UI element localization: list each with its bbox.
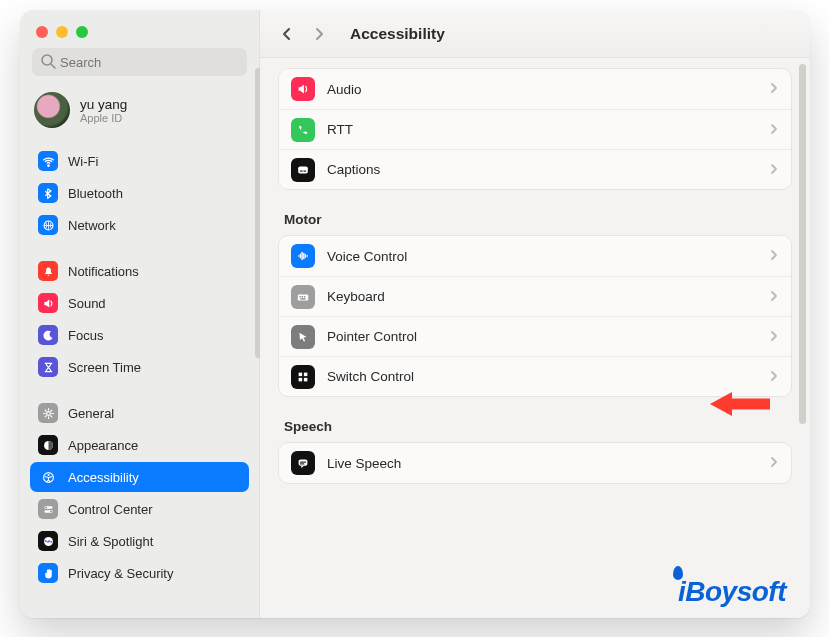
sidebar-item-label: Appearance (68, 438, 138, 453)
row-audio[interactable]: Audio (279, 69, 791, 109)
content-area[interactable]: AudioRTTCaptionsMotorVoice ControlKeyboa… (260, 58, 810, 618)
sidebar-item-network[interactable]: Network (30, 210, 249, 240)
svg-point-6 (47, 474, 49, 476)
phone-icon (291, 118, 315, 142)
moon-icon (38, 325, 58, 345)
row-rtt[interactable]: RTT (279, 109, 791, 149)
sidebar-item-appearance[interactable]: Appearance (30, 430, 249, 460)
group-header: Speech (278, 419, 792, 442)
svg-rect-12 (298, 166, 308, 173)
sidebar-item-label: Bluetooth (68, 186, 123, 201)
watermark: iBoysoft (678, 576, 786, 608)
bluetooth-icon (38, 183, 58, 203)
svg-rect-22 (299, 377, 303, 381)
sidebar-item-label: Privacy & Security (68, 566, 173, 581)
appearance-icon (38, 435, 58, 455)
sidebar-item-accessibility[interactable]: Accessibility (30, 462, 249, 492)
svg-rect-20 (299, 372, 303, 376)
row-label: Audio (327, 82, 757, 97)
svg-rect-19 (300, 298, 305, 299)
account-row[interactable]: yu yang Apple ID (20, 84, 259, 138)
sidebar-item-controlcenter[interactable]: Control Center (30, 494, 249, 524)
svg-rect-23 (304, 377, 308, 381)
settings-card: Live Speech (278, 442, 792, 484)
svg-rect-18 (304, 296, 305, 297)
sidebar-item-label: General (68, 406, 114, 421)
captions-icon (291, 158, 315, 182)
svg-rect-16 (300, 296, 301, 297)
sidebar-item-focus[interactable]: Focus (30, 320, 249, 350)
search-icon (40, 53, 56, 69)
chevron-right-icon (769, 247, 779, 265)
account-name: yu yang (80, 97, 127, 112)
close-button[interactable] (36, 26, 48, 38)
minimize-button[interactable] (56, 26, 68, 38)
speaker-icon (291, 77, 315, 101)
forward-button[interactable] (306, 21, 332, 47)
svg-point-3 (46, 411, 50, 415)
zoom-button[interactable] (76, 26, 88, 38)
chevron-right-icon (769, 454, 779, 472)
row-label: Voice Control (327, 249, 757, 264)
chevron-right-icon (769, 368, 779, 386)
svg-point-9 (45, 506, 47, 508)
sidebar-item-bluetooth[interactable]: Bluetooth (30, 178, 249, 208)
sidebar-item-label: Network (68, 218, 116, 233)
sidebar-item-label: Control Center (68, 502, 153, 517)
group-header: Motor (278, 212, 792, 235)
row-keyboard[interactable]: Keyboard (279, 276, 791, 316)
sidebar-item-privacy[interactable]: Privacy & Security (30, 558, 249, 588)
row-label: Switch Control (327, 369, 757, 384)
chevron-right-icon (769, 328, 779, 346)
sidebar-item-general[interactable]: General (30, 398, 249, 428)
row-label: RTT (327, 122, 757, 137)
sidebar-item-screentime[interactable]: Screen Time (30, 352, 249, 382)
speaker-icon (38, 293, 58, 313)
row-livespeech[interactable]: Live Speech (279, 443, 791, 483)
settings-window: yu yang Apple ID Wi-FiBluetoothNetworkNo… (20, 10, 810, 618)
accessibility-icon (38, 467, 58, 487)
sidebar-item-label: Wi-Fi (68, 154, 98, 169)
row-label: Pointer Control (327, 329, 757, 344)
svg-rect-14 (303, 170, 306, 171)
sidebar-item-sound[interactable]: Sound (30, 288, 249, 318)
main-panel: Accessibility AudioRTTCaptionsMotorVoice… (260, 10, 810, 618)
row-pointer[interactable]: Pointer Control (279, 316, 791, 356)
hand-icon (38, 563, 58, 583)
sidebar-item-notifications[interactable]: Notifications (30, 256, 249, 286)
back-button[interactable] (274, 21, 300, 47)
row-label: Captions (327, 162, 757, 177)
siri-icon (38, 531, 58, 551)
svg-rect-13 (300, 170, 303, 171)
sidebar-item-label: Screen Time (68, 360, 141, 375)
chevron-right-icon (769, 288, 779, 306)
svg-rect-17 (302, 296, 303, 297)
settings-card: Voice ControlKeyboardPointer ControlSwit… (278, 235, 792, 397)
chevron-right-icon (769, 161, 779, 179)
chevron-right-icon (769, 121, 779, 139)
row-captions[interactable]: Captions (279, 149, 791, 189)
search-input[interactable] (32, 48, 247, 76)
sidebar-list[interactable]: Wi-FiBluetoothNetworkNotificationsSoundF… (20, 144, 259, 618)
settings-group: SpeechLive Speech (278, 419, 792, 484)
switches-icon (38, 499, 58, 519)
avatar (34, 92, 70, 128)
row-label: Keyboard (327, 289, 757, 304)
row-switchcontrol[interactable]: Switch Control (279, 356, 791, 396)
sidebar-item-label: Accessibility (68, 470, 139, 485)
sidebar-item-label: Focus (68, 328, 103, 343)
sidebar-item-label: Sound (68, 296, 106, 311)
account-sub: Apple ID (80, 112, 127, 124)
voice-icon (291, 244, 315, 268)
sidebar-item-siri[interactable]: Siri & Spotlight (30, 526, 249, 556)
sidebar-item-label: Notifications (68, 264, 139, 279)
globe-icon (38, 215, 58, 235)
keyboard-icon (291, 285, 315, 309)
page-title: Accessibility (350, 25, 445, 43)
svg-rect-21 (304, 372, 308, 376)
sidebar-item-wifi[interactable]: Wi-Fi (30, 146, 249, 176)
main-scrollbar[interactable] (799, 64, 806, 424)
row-voicecontrol[interactable]: Voice Control (279, 236, 791, 276)
settings-group: MotorVoice ControlKeyboardPointer Contro… (278, 212, 792, 397)
gear-icon (38, 403, 58, 423)
